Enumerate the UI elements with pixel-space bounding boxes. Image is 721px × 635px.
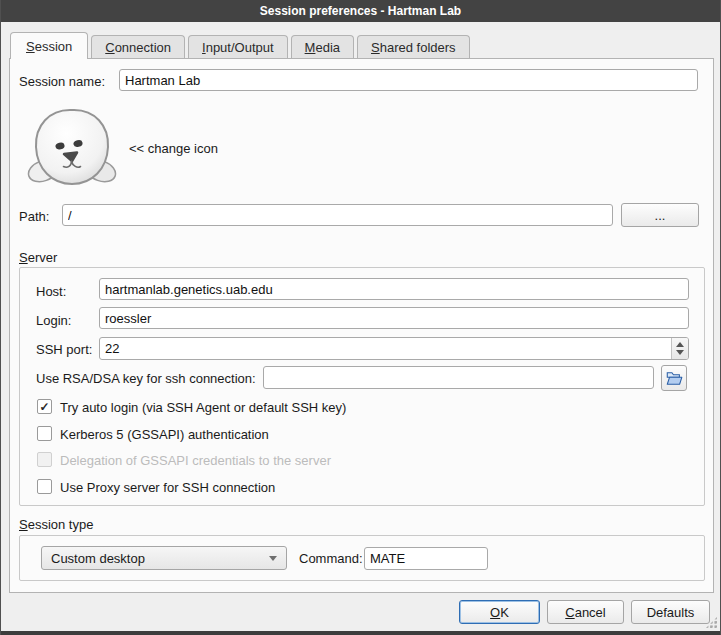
checkbox-gssapi-delegation [37,452,52,467]
host-input[interactable] [99,278,689,300]
session-icon-button[interactable] [27,107,117,190]
tab-shared-folders-label: Shared folders [371,40,456,55]
tab-bar: Session Connection Input/Output Media Sh… [10,32,473,58]
window-bottom-border [1,631,720,635]
folder-open-icon [666,371,683,386]
session-name-input[interactable] [119,69,698,91]
defaults-button[interactable]: Defaults [631,600,710,624]
spinner-down-icon[interactable] [676,350,684,355]
ok-button-label: OK [490,605,509,620]
cancel-button[interactable]: Cancel [547,600,624,624]
kerberos-label[interactable]: Kerberos 5 (GSSAPI) authentication [60,427,269,442]
browse-path-label: ... [655,208,666,223]
use-proxy-label[interactable]: Use Proxy server for SSH connection [60,480,275,495]
tab-input-output-label: Input/Output [202,40,274,55]
host-label: Host: [36,284,66,299]
ssh-port-input[interactable] [100,338,671,359]
session-name-label: Session name: [19,74,105,89]
server-group-title: Server [19,250,57,265]
login-input[interactable] [99,307,689,329]
tab-connection-label: Connection [105,40,171,55]
tab-session[interactable]: Session [10,32,88,59]
seal-icon [27,107,117,189]
try-auto-login-label[interactable]: Try auto login (via SSH Agent or default… [60,400,346,415]
session-preferences-dialog: Session preferences - Hartman Lab Sessio… [0,0,721,635]
path-input[interactable] [62,204,613,226]
ok-button[interactable]: OK [459,600,540,624]
command-label: Command: [299,551,363,566]
command-input[interactable] [364,547,488,570]
spinner-up-icon[interactable] [676,342,684,347]
session-type-group-title: Session type [19,517,93,532]
tab-connection[interactable]: Connection [91,35,185,58]
rsa-key-input[interactable] [263,366,654,389]
cancel-button-label: Cancel [565,605,605,620]
browse-rsa-key-button[interactable] [661,365,687,391]
checkbox-kerberos[interactable] [37,426,52,441]
checkbox-use-proxy[interactable] [37,479,52,494]
window-title: Session preferences - Hartman Lab [260,4,461,18]
rsa-key-label: Use RSA/DSA key for ssh connection: [36,371,256,386]
login-label: Login: [36,313,71,328]
tab-input-output[interactable]: Input/Output [188,35,288,58]
dropdown-arrow-icon [269,556,277,561]
ssh-port-spinbox [99,337,689,360]
gssapi-delegation-label: Delegation of GSSAPI credentials to the … [60,453,331,468]
tab-media[interactable]: Media [291,35,354,58]
tab-session-label: Session [26,39,72,54]
change-icon-hint: << change icon [129,141,218,156]
tab-shared-folders[interactable]: Shared folders [357,35,470,58]
titlebar[interactable]: Session preferences - Hartman Lab [1,0,720,22]
path-label: Path: [19,209,49,224]
tab-media-label: Media [305,40,340,55]
session-type-selected: Custom desktop [51,551,145,566]
session-type-dropdown[interactable]: Custom desktop [41,546,287,570]
checkbox-try-auto-login[interactable]: ✓ [37,399,52,414]
ssh-port-label: SSH port: [36,342,92,357]
browse-path-button[interactable]: ... [621,203,699,227]
defaults-button-label: Defaults [647,605,695,620]
ssh-port-spinner[interactable] [671,338,688,359]
